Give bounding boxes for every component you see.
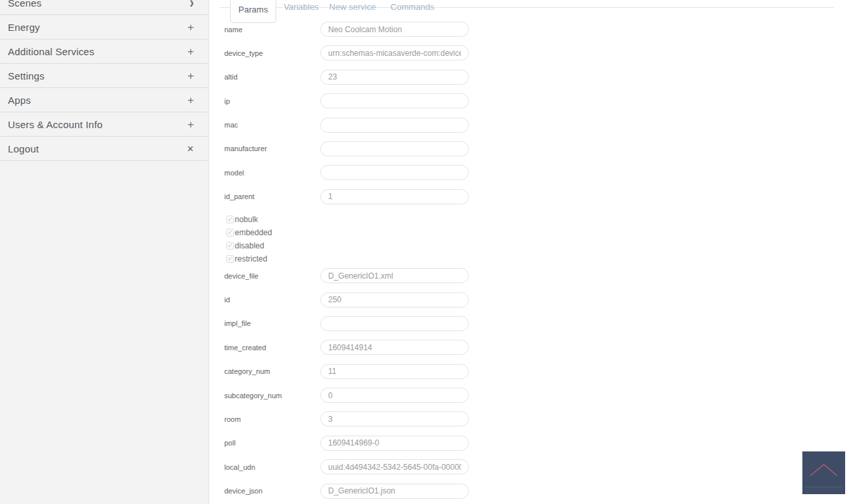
- id-parent-field[interactable]: [320, 189, 469, 204]
- sidebar-item-label: Additional Services: [8, 46, 94, 57]
- id-field[interactable]: [320, 292, 469, 308]
- form-row: room: [210, 411, 855, 426]
- tab-variables[interactable]: Variables: [283, 2, 318, 12]
- checkbox-row-nobulk[interactable]: ✓ nobulk: [226, 213, 855, 226]
- tab-params[interactable]: Params: [230, 0, 276, 23]
- field-label-altid: altid: [224, 73, 237, 81]
- device-json-field[interactable]: [320, 484, 469, 499]
- field-label-manufacturer: manufacturer: [224, 145, 267, 152]
- name-field[interactable]: [320, 22, 469, 37]
- sidebar-item-additional-services[interactable]: Additional Services +: [0, 39, 208, 64]
- subcategory-num-field[interactable]: [320, 388, 469, 403]
- form-row: id_parent: [210, 189, 855, 204]
- field-label-poll: poll: [224, 439, 235, 447]
- field-label-id: id: [224, 296, 230, 304]
- field-label-room: room: [224, 415, 241, 423]
- impl-file-field[interactable]: [320, 316, 469, 331]
- fields-top: name device_type altid ip mac manufactur…: [210, 22, 855, 204]
- form-row: id: [210, 292, 855, 308]
- field-label-mac: mac: [224, 121, 238, 129]
- checkbox-label: disabled: [235, 241, 264, 250]
- ip-field[interactable]: [320, 93, 469, 108]
- checkbox-restricted[interactable]: ✓: [226, 255, 234, 263]
- fields-bottom: device_file id impl_file time_created ca…: [210, 268, 855, 499]
- plus-icon: +: [187, 95, 194, 106]
- device-params-form: name device_type altid ip mac manufactur…: [210, 0, 855, 504]
- device-type-field[interactable]: [320, 45, 469, 60]
- altid-field[interactable]: [320, 70, 469, 85]
- field-label-device-json: device_json: [224, 487, 262, 495]
- sidebar-item-label: Settings: [8, 70, 45, 81]
- time-created-field[interactable]: [320, 340, 469, 355]
- model-field[interactable]: [320, 165, 469, 180]
- poll-field[interactable]: [320, 436, 469, 451]
- sidebar-item-settings[interactable]: Settings +: [0, 64, 208, 88]
- checkbox-label: embedded: [235, 228, 272, 237]
- chevron-up-icon: [802, 451, 845, 494]
- checkbox-disabled[interactable]: ✓: [226, 242, 234, 250]
- checkbox-nobulk[interactable]: ✓: [226, 216, 234, 223]
- local-udn-field[interactable]: [320, 459, 469, 474]
- device-file-field[interactable]: [320, 268, 469, 283]
- form-row: device_file: [210, 268, 855, 283]
- tab-new-service[interactable]: New service: [330, 2, 376, 12]
- sidebar-item-logout[interactable]: Logout ✕: [0, 137, 208, 161]
- form-row: subcategory_num: [210, 388, 855, 403]
- chevron-right-icon: ›: [189, 0, 194, 11]
- category-num-field[interactable]: [320, 364, 469, 379]
- sidebar-item-apps[interactable]: Apps +: [0, 88, 208, 112]
- plus-icon: +: [187, 46, 194, 57]
- field-label-id-parent: id_parent: [224, 193, 255, 200]
- form-row: local_udn: [210, 459, 855, 474]
- form-row: altid: [210, 70, 855, 85]
- check-icon: ✓: [228, 216, 233, 223]
- form-row: manufacturer: [210, 141, 855, 156]
- sidebar-item-label: Scenes: [8, 0, 41, 9]
- field-label-name: name: [224, 26, 243, 34]
- field-label-ip: ip: [224, 97, 230, 105]
- scroll-to-top-button[interactable]: [802, 451, 845, 494]
- tab-commands[interactable]: Commands: [391, 2, 434, 12]
- form-row: device_json: [210, 484, 855, 499]
- form-row: mac: [210, 118, 855, 133]
- form-row: device_type: [210, 45, 855, 60]
- form-row: model: [210, 165, 855, 180]
- field-label-impl-file: impl_file: [224, 319, 251, 327]
- sidebar-item-label: Energy: [8, 22, 40, 33]
- check-icon: ✓: [228, 242, 233, 249]
- checkbox-embedded[interactable]: ✓: [226, 229, 234, 237]
- manufacturer-field[interactable]: [320, 141, 469, 156]
- sidebar: Scenes › Energy + Additional Services + …: [0, 0, 209, 504]
- checkbox-row-embedded[interactable]: ✓ embedded: [226, 226, 855, 239]
- main-panel: Params Variables New service Commands na…: [210, 0, 855, 504]
- check-icon: ✓: [228, 229, 233, 236]
- sidebar-menu: Scenes › Energy + Additional Services + …: [0, 0, 208, 161]
- form-row: category_num: [210, 364, 855, 379]
- field-label-time-created: time_created: [224, 344, 266, 352]
- checkbox-row-disabled[interactable]: ✓ disabled: [226, 239, 855, 252]
- sidebar-item-label: Logout: [8, 143, 39, 154]
- checkbox-label: restricted: [235, 254, 267, 263]
- check-icon: ✓: [228, 256, 233, 262]
- checkbox-label: nobulk: [235, 215, 258, 224]
- field-label-subcategory-num: subcategory_num: [224, 392, 281, 400]
- field-label-device-type: device_type: [224, 49, 263, 57]
- field-label-device-file: device_file: [224, 272, 258, 280]
- form-row: name: [210, 22, 855, 37]
- plus-icon: +: [187, 22, 194, 33]
- plus-icon: +: [187, 70, 194, 81]
- sidebar-item-users-account-info[interactable]: Users & Account Info +: [0, 112, 208, 137]
- close-icon: ✕: [187, 145, 194, 153]
- tab-label: Params: [239, 5, 268, 14]
- sidebar-item-label: Users & Account Info: [8, 119, 103, 130]
- mac-field[interactable]: [320, 118, 469, 133]
- sidebar-item-label: Apps: [8, 95, 31, 106]
- sidebar-item-energy[interactable]: Energy +: [0, 15, 208, 39]
- form-row: poll: [210, 436, 855, 451]
- checkbox-row-restricted[interactable]: ✓ restricted: [226, 252, 855, 265]
- plus-icon: +: [187, 119, 194, 130]
- form-row: ip: [210, 93, 855, 108]
- sidebar-item-scenes[interactable]: Scenes ›: [0, 0, 208, 15]
- form-row: impl_file: [210, 316, 855, 331]
- room-field[interactable]: [320, 411, 469, 426]
